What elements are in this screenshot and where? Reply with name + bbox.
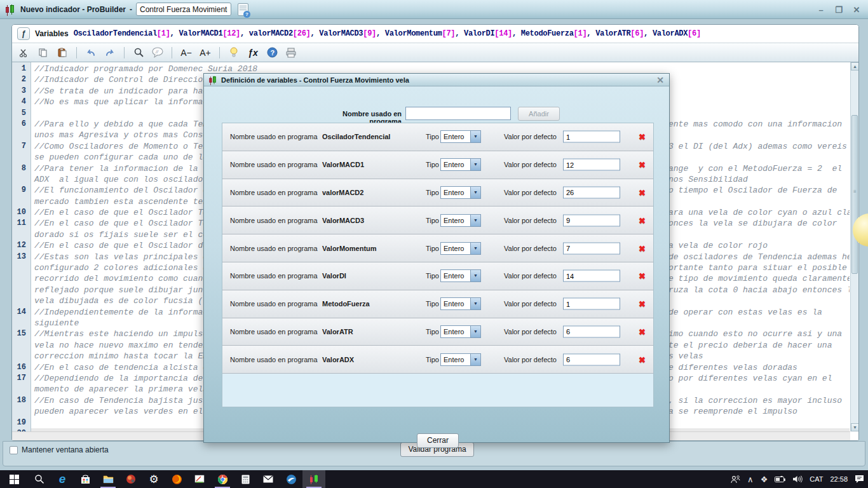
variable-name: ValorADX <box>322 356 354 363</box>
delete-variable-icon[interactable]: ✖ <box>639 355 646 364</box>
type-select[interactable]: Entero ▼ <box>440 242 481 255</box>
dialog-close-button[interactable]: Cerrar <box>417 433 459 448</box>
copy-icon[interactable] <box>35 45 51 60</box>
delete-variable-icon[interactable]: ✖ <box>639 327 646 336</box>
battery-icon[interactable] <box>775 476 785 483</box>
type-select[interactable]: Entero ▼ <box>440 325 481 338</box>
people-icon[interactable] <box>731 475 740 484</box>
keep-window-open-checkbox[interactable] <box>10 446 18 454</box>
chevron-down-icon[interactable]: ▼ <box>470 326 480 337</box>
help-icon[interactable]: ? <box>264 45 280 60</box>
default-value-input[interactable] <box>563 298 620 310</box>
dialog-titlebar: Definición de variables - Control Fuerza… <box>204 74 669 86</box>
default-value-input[interactable] <box>563 186 620 198</box>
type-label: Tipo <box>426 161 439 168</box>
editor-vertical-scrollbar[interactable]: ▲ ≡ ▼ <box>850 62 858 431</box>
scroll-up-icon[interactable]: ▲ <box>851 62 858 71</box>
taskbar-file-explorer-icon[interactable] <box>97 470 119 488</box>
taskbar-snip-tool-icon[interactable] <box>188 470 211 488</box>
default-value-input[interactable] <box>563 159 620 171</box>
default-value-input[interactable] <box>563 214 620 226</box>
dropbox-icon[interactable]: ❖ <box>761 475 768 484</box>
cut-icon[interactable] <box>16 45 32 60</box>
paste-icon[interactable] <box>54 45 71 60</box>
type-select[interactable]: Entero ▼ <box>440 269 481 282</box>
type-select[interactable]: Entero ▼ <box>440 214 481 227</box>
restore-button[interactable]: ❐ <box>834 5 844 15</box>
indicator-name-input[interactable] <box>136 3 231 16</box>
taskbar-recorder-icon[interactable] <box>119 470 142 488</box>
taskbar-store-icon[interactable] <box>74 470 97 488</box>
taskbar-edge-icon[interactable]: e <box>51 470 74 488</box>
undo-icon[interactable] <box>83 45 99 60</box>
type-select[interactable]: Entero ▼ <box>440 186 481 199</box>
taskbar-mail-icon[interactable] <box>257 470 280 488</box>
delete-variable-icon[interactable]: ✖ <box>639 187 646 197</box>
line-number: 15 <box>12 329 29 339</box>
line-text-right-fragment: o por diferentes velas cyan en el <box>668 373 832 384</box>
add-variable-button[interactable]: Añadir <box>518 107 560 121</box>
minimize-button[interactable]: – <box>816 5 826 15</box>
chevron-down-icon[interactable]: ▼ <box>470 215 480 226</box>
taskbar-search-icon[interactable] <box>28 470 51 488</box>
variable-token-name: OsciladorTendencial <box>74 29 157 38</box>
chevron-down-icon[interactable]: ▼ <box>470 354 480 365</box>
volume-icon[interactable] <box>792 475 803 483</box>
type-select-value: Entero <box>441 245 470 252</box>
taskbar-chrome-icon[interactable] <box>211 470 234 488</box>
clock[interactable]: 22:58 <box>830 475 848 483</box>
action-center-icon[interactable] <box>855 475 864 484</box>
dialog-candlestick-icon <box>209 76 217 84</box>
comment-icon[interactable]: // <box>149 45 166 60</box>
scroll-down-icon[interactable]: ▼ <box>851 423 858 431</box>
taskbar-blue-app-icon[interactable] <box>280 470 302 488</box>
delete-variable-icon[interactable]: ✖ <box>639 271 646 281</box>
search-icon[interactable] <box>130 45 147 60</box>
font-larger-icon[interactable]: A+ <box>197 45 214 60</box>
variable-token-value: [7] <box>442 29 456 38</box>
type-select[interactable]: Entero ▼ <box>440 353 481 366</box>
chevron-down-icon[interactable]: ▼ <box>470 187 480 198</box>
type-select[interactable]: Entero ▼ <box>440 297 481 310</box>
taskbar-settings-icon[interactable]: ⚙ <box>142 470 165 488</box>
chevron-down-icon[interactable]: ▼ <box>470 298 480 309</box>
variable-row-label: Nombre usado en programa <box>230 272 318 280</box>
type-select[interactable]: Entero ▼ <box>440 158 481 171</box>
redo-icon[interactable] <box>102 45 118 60</box>
language-indicator[interactable]: CAT <box>810 475 823 483</box>
taskbar-firefox-icon[interactable] <box>165 470 188 488</box>
tray-expand-chevron-icon[interactable]: ∧ <box>747 475 754 484</box>
default-value-input[interactable] <box>563 325 620 337</box>
insert-function-icon[interactable]: ƒx <box>245 45 261 60</box>
default-value-input[interactable] <box>563 242 620 254</box>
add-variable-input[interactable] <box>405 107 511 120</box>
default-value-input[interactable] <box>563 270 620 282</box>
default-value-input[interactable] <box>563 353 620 365</box>
delete-variable-icon[interactable]: ✖ <box>639 299 646 309</box>
taskbar-prorealtime-icon[interactable] <box>302 470 325 488</box>
default-value-input[interactable] <box>563 131 620 143</box>
taskbar: e ⚙ ∧ ❖ CAT 22:58 <box>0 470 868 488</box>
scrollbar-thumb[interactable]: ≡ <box>851 115 858 274</box>
chevron-down-icon[interactable]: ▼ <box>470 270 480 281</box>
keep-window-open-label: Mantener ventana abierta <box>22 445 109 454</box>
taskbar-start-button[interactable] <box>0 470 28 488</box>
variable-row: Nombre usado en programa ValorDI Tipo En… <box>222 262 653 290</box>
close-button[interactable]: ✕ <box>851 5 862 15</box>
help-document-icon[interactable] <box>238 3 248 16</box>
hint-lightbulb-icon[interactable] <box>226 45 242 60</box>
delete-variable-icon[interactable]: ✖ <box>639 215 646 225</box>
chevron-down-icon[interactable]: ▼ <box>470 159 480 170</box>
type-select[interactable]: Entero ▼ <box>440 130 481 143</box>
print-icon[interactable] <box>283 45 299 60</box>
dialog-close-icon[interactable]: ✕ <box>655 75 665 85</box>
line-number <box>12 295 29 306</box>
font-smaller-icon[interactable]: A− <box>178 45 194 60</box>
chevron-down-icon[interactable]: ▼ <box>470 131 480 142</box>
chevron-down-icon[interactable]: ▼ <box>470 243 480 254</box>
delete-variable-icon[interactable]: ✖ <box>639 160 646 170</box>
delete-variable-icon[interactable]: ✖ <box>639 243 646 253</box>
variable-name: OsciladorTendencial <box>322 133 390 140</box>
delete-variable-icon[interactable]: ✖ <box>639 132 646 142</box>
taskbar-calculator-icon[interactable] <box>234 470 257 488</box>
